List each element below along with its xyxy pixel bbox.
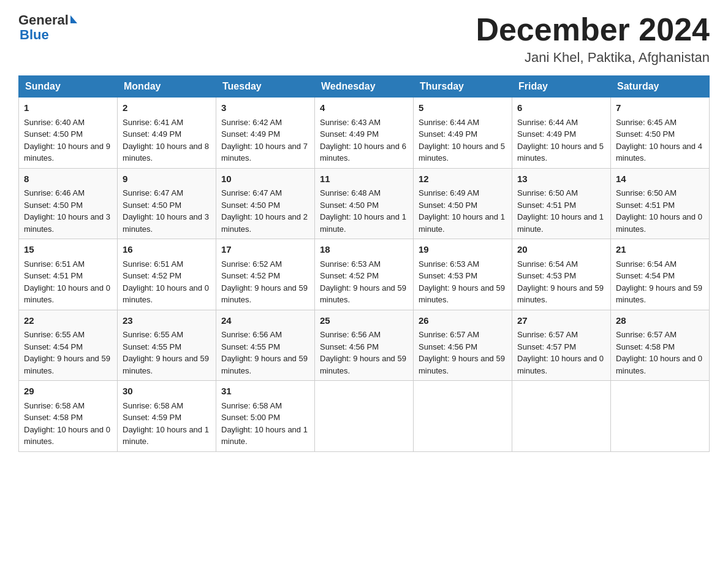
table-row: 12 Sunrise: 6:49 AM Sunset: 4:50 PM Dayl… (414, 168, 512, 239)
daylight-text: Daylight: 10 hours and 5 minutes. (517, 142, 604, 163)
day-number: 5 (419, 101, 507, 115)
sunset-text: Sunset: 4:50 PM (616, 129, 675, 139)
table-row: 10 Sunrise: 6:47 AM Sunset: 4:50 PM Dayl… (216, 168, 315, 239)
table-row: 28 Sunrise: 6:57 AM Sunset: 4:58 PM Dayl… (611, 310, 710, 381)
day-number: 25 (320, 314, 408, 328)
daylight-text: Daylight: 9 hours and 59 minutes. (616, 283, 702, 305)
week-row-5: 29 Sunrise: 6:58 AM Sunset: 4:58 PM Dayl… (19, 381, 710, 452)
table-row: 30 Sunrise: 6:58 AM Sunset: 4:59 PM Dayl… (118, 381, 216, 452)
sunrise-text: Sunrise: 6:56 AM (320, 330, 381, 339)
sunrise-text: Sunrise: 6:57 AM (616, 330, 677, 339)
daylight-text: Daylight: 10 hours and 3 minutes. (123, 212, 209, 234)
daylight-text: Daylight: 10 hours and 1 minute. (320, 212, 406, 234)
sunset-text: Sunset: 4:53 PM (419, 271, 477, 280)
sunrise-text: Sunrise: 6:54 AM (517, 259, 578, 269)
table-row: 9 Sunrise: 6:47 AM Sunset: 4:50 PM Dayli… (118, 168, 216, 239)
sunrise-text: Sunrise: 6:49 AM (419, 188, 479, 197)
table-row: 8 Sunrise: 6:46 AM Sunset: 4:50 PM Dayli… (19, 168, 118, 239)
header-wednesday: Wednesday (315, 76, 414, 98)
header-thursday: Thursday (414, 76, 512, 98)
header-row: Sunday Monday Tuesday Wednesday Thursday… (19, 76, 710, 98)
sunrise-text: Sunrise: 6:54 AM (616, 259, 677, 269)
sunrise-text: Sunrise: 6:45 AM (616, 118, 677, 127)
sunset-text: Sunset: 4:54 PM (616, 271, 675, 280)
sunset-text: Sunset: 4:52 PM (320, 271, 379, 280)
table-row: 3 Sunrise: 6:42 AM Sunset: 4:49 PM Dayli… (216, 98, 315, 169)
sunrise-text: Sunrise: 6:57 AM (517, 330, 578, 339)
header-sunday: Sunday (19, 76, 118, 98)
week-row-4: 22 Sunrise: 6:55 AM Sunset: 4:54 PM Dayl… (19, 310, 710, 381)
sunset-text: Sunset: 4:50 PM (419, 201, 477, 210)
table-row: 5 Sunrise: 6:44 AM Sunset: 4:49 PM Dayli… (414, 98, 512, 169)
sunset-text: Sunset: 4:49 PM (221, 129, 280, 139)
day-number: 2 (123, 101, 211, 115)
table-row: 11 Sunrise: 6:48 AM Sunset: 4:50 PM Dayl… (315, 168, 414, 239)
day-number: 6 (517, 101, 605, 115)
sunrise-text: Sunrise: 6:51 AM (123, 259, 183, 269)
sunset-text: Sunset: 4:50 PM (24, 129, 83, 139)
sunrise-text: Sunrise: 6:41 AM (123, 118, 183, 127)
sunset-text: Sunset: 4:49 PM (419, 129, 477, 139)
table-row (315, 381, 414, 452)
daylight-text: Daylight: 9 hours and 59 minutes. (419, 354, 505, 375)
header-tuesday: Tuesday (216, 76, 315, 98)
table-row: 15 Sunrise: 6:51 AM Sunset: 4:51 PM Dayl… (19, 239, 118, 310)
daylight-text: Daylight: 10 hours and 0 minutes. (123, 283, 209, 305)
daylight-text: Daylight: 9 hours and 59 minutes. (221, 354, 308, 375)
table-row: 6 Sunrise: 6:44 AM Sunset: 4:49 PM Dayli… (512, 98, 611, 169)
sunrise-text: Sunrise: 6:58 AM (24, 401, 85, 410)
sunrise-text: Sunrise: 6:55 AM (123, 330, 183, 339)
daylight-text: Daylight: 10 hours and 2 minutes. (221, 212, 308, 234)
day-number: 10 (221, 172, 309, 186)
sunrise-text: Sunrise: 6:44 AM (419, 118, 479, 127)
sunrise-text: Sunrise: 6:56 AM (221, 330, 282, 339)
daylight-text: Daylight: 10 hours and 0 minutes. (24, 425, 110, 446)
sunrise-text: Sunrise: 6:53 AM (320, 259, 381, 269)
sunset-text: Sunset: 4:49 PM (320, 129, 379, 139)
table-row: 21 Sunrise: 6:54 AM Sunset: 4:54 PM Dayl… (611, 239, 710, 310)
day-number: 7 (616, 101, 704, 115)
table-row: 19 Sunrise: 6:53 AM Sunset: 4:53 PM Dayl… (414, 239, 512, 310)
page-header: General Blue December 2024 Jani Khel, Pa… (18, 12, 710, 66)
header-monday: Monday (118, 76, 216, 98)
sunrise-text: Sunrise: 6:48 AM (320, 188, 381, 197)
day-number: 14 (616, 172, 704, 186)
table-row (611, 381, 710, 452)
daylight-text: Daylight: 9 hours and 59 minutes. (221, 283, 308, 305)
week-row-2: 8 Sunrise: 6:46 AM Sunset: 4:50 PM Dayli… (19, 168, 710, 239)
day-number: 24 (221, 314, 309, 328)
sunrise-text: Sunrise: 6:58 AM (221, 401, 282, 410)
day-number: 8 (24, 172, 112, 186)
table-row: 4 Sunrise: 6:43 AM Sunset: 4:49 PM Dayli… (315, 98, 414, 169)
daylight-text: Daylight: 9 hours and 59 minutes. (320, 283, 406, 305)
day-number: 9 (123, 172, 211, 186)
sunset-text: Sunset: 4:49 PM (123, 129, 181, 139)
day-number: 4 (320, 101, 408, 115)
day-number: 1 (24, 101, 112, 115)
day-number: 17 (221, 243, 309, 257)
table-row: 29 Sunrise: 6:58 AM Sunset: 4:58 PM Dayl… (19, 381, 118, 452)
sunset-text: Sunset: 4:51 PM (24, 271, 83, 280)
sunset-text: Sunset: 4:50 PM (320, 201, 379, 210)
day-number: 22 (24, 314, 112, 328)
day-number: 28 (616, 314, 704, 328)
day-number: 27 (517, 314, 605, 328)
calendar-table: Sunday Monday Tuesday Wednesday Thursday… (18, 75, 710, 452)
table-row: 18 Sunrise: 6:53 AM Sunset: 4:52 PM Dayl… (315, 239, 414, 310)
daylight-text: Daylight: 10 hours and 5 minutes. (419, 142, 505, 163)
day-number: 11 (320, 172, 408, 186)
day-number: 18 (320, 243, 408, 257)
sunrise-text: Sunrise: 6:43 AM (320, 118, 381, 127)
sunrise-text: Sunrise: 6:50 AM (616, 188, 677, 197)
day-number: 21 (616, 243, 704, 257)
sunset-text: Sunset: 4:50 PM (24, 201, 83, 210)
daylight-text: Daylight: 9 hours and 59 minutes. (24, 354, 110, 375)
sunset-text: Sunset: 4:51 PM (517, 201, 576, 210)
daylight-text: Daylight: 9 hours and 59 minutes. (123, 354, 209, 375)
logo: General Blue (18, 12, 77, 42)
table-row: 27 Sunrise: 6:57 AM Sunset: 4:57 PM Dayl… (512, 310, 611, 381)
sunrise-text: Sunrise: 6:42 AM (221, 118, 282, 127)
sunset-text: Sunset: 5:00 PM (221, 413, 280, 422)
table-row: 7 Sunrise: 6:45 AM Sunset: 4:50 PM Dayli… (611, 98, 710, 169)
sunrise-text: Sunrise: 6:44 AM (517, 118, 578, 127)
